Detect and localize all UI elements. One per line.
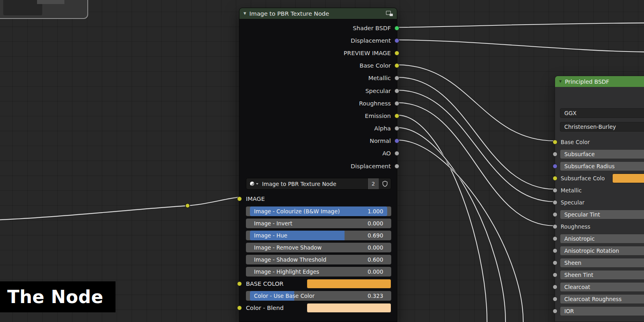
partial-node-top-left[interactable] (0, 0, 88, 19)
input-row-image-invert: Image - Invert0.000 (246, 219, 391, 228)
wire-base-color (397, 65, 555, 141)
slider-image-shadow-threshold[interactable]: Image - Shadow Threshold0.600 (250, 255, 387, 264)
collapse-triangle-icon[interactable]: ▼ (559, 80, 562, 83)
output-label: Base Color (359, 62, 391, 69)
bsdf-socket-specular[interactable] (553, 200, 557, 205)
bsdf-socket-ior[interactable] (553, 309, 557, 314)
principled-bsdf-node[interactable]: ▼ Principled BSDF GGXChristensen-BurleyB… (555, 76, 644, 322)
output-socket-shader-bsdf[interactable] (394, 26, 399, 31)
field-anisotropic-rotation[interactable]: Anisotropic Rotation (560, 246, 644, 256)
slider-color-use-base-color[interactable]: Color - Use Base Color0.323 (250, 291, 387, 301)
dropdown-ggx[interactable]: GGX (560, 108, 644, 118)
dropdown-caret-icon (256, 183, 258, 185)
output-label: Displacement (351, 163, 391, 169)
field-subsurface-radius[interactable]: Subsurface Radius (560, 161, 644, 171)
bsdf-label: Roughness (560, 223, 590, 230)
slider-value: 0.000 (367, 220, 383, 227)
nodetree-icon-zone[interactable] (246, 181, 260, 186)
field-clearcoat[interactable]: Clearcoat (560, 282, 644, 292)
output-socket-preview-image[interactable] (394, 51, 399, 56)
input-socket-image[interactable] (237, 196, 242, 201)
nodetree-selector[interactable]: Image to PBR Texture Node 2 (246, 178, 391, 190)
slider-value: 1.000 (367, 208, 383, 215)
output-socket-roughness[interactable] (394, 101, 399, 106)
bsdf-socket-anisotropic-rotation[interactable] (553, 248, 557, 253)
fake-user-shield-button[interactable] (379, 178, 391, 189)
bsdf-socket-anisotropic[interactable] (553, 236, 557, 241)
bsdf-socket-clearcoat-roughness[interactable] (553, 297, 557, 301)
field-subsurface[interactable]: Subsurface (560, 149, 644, 159)
image-to-pbr-texture-node[interactable]: ▼ Image to PBR Texture Node Shader BSDFD… (239, 8, 397, 322)
principled-node-header[interactable]: ▼ Principled BSDF (555, 76, 644, 87)
bsdf-label: Metallic (560, 187, 582, 194)
caption-banner: The Node (0, 281, 116, 312)
nodetree-name[interactable]: Image to PBR Texture Node (260, 181, 367, 187)
input-row-image-shadow-threshold: Image - Shadow Threshold0.600 (246, 255, 391, 264)
field-label: Anisotropic (564, 235, 594, 242)
input-socket-base-color[interactable] (237, 281, 242, 286)
output-socket-ao[interactable] (394, 151, 399, 156)
bsdf-socket-clearcoat[interactable] (553, 285, 557, 289)
color-swatch-base-color[interactable] (307, 279, 391, 289)
principled-node-title: Principled BSDF (565, 78, 644, 85)
output-label: Alpha (374, 125, 391, 132)
wire-emission (397, 115, 487, 322)
output-socket-base-color[interactable] (394, 63, 399, 68)
bsdf-socket-subsurface[interactable] (553, 152, 557, 157)
output-socket-displacement[interactable] (394, 164, 399, 169)
bsdf-row-metallic: Metallic (560, 185, 644, 195)
color-swatch-color-blend[interactable] (307, 303, 391, 313)
output-socket-displacement[interactable] (394, 38, 399, 43)
bsdf-socket-base-color[interactable] (553, 140, 557, 144)
bsdf-socket-specular-tint[interactable] (553, 212, 557, 217)
slider-value: 0.323 (367, 293, 383, 299)
field-label: Clearcoat Roughness (564, 296, 621, 302)
slider-image-highlight-edges[interactable]: Image - Highlight Edges0.000 (250, 267, 387, 277)
nodetree-user-count[interactable]: 2 (367, 178, 379, 189)
bsdf-socket-sheen-tint[interactable] (553, 272, 557, 277)
output-socket-alpha[interactable] (394, 126, 399, 131)
slider-image-colourize-b-w-image[interactable]: Image - Colourize (B&W Image)1.000 (250, 206, 387, 216)
field-anisotropic[interactable]: Anisotropic (560, 234, 644, 244)
output-socket-metallic[interactable] (394, 76, 399, 80)
slider-label: Image - Shadow Threshold (254, 256, 326, 263)
main-node-header[interactable]: ▼ Image to PBR Texture Node (239, 8, 397, 19)
field-ior[interactable]: IOR (560, 306, 644, 316)
bsdf-row-subsurface-colo: Subsurface Colo (560, 173, 644, 183)
bsdf-row-roughness: Roughness (560, 221, 644, 231)
dropdown-christensen-burley[interactable]: Christensen-Burley (560, 122, 644, 132)
bsdf-color-swatch-subsurface-colo[interactable] (612, 173, 644, 183)
bsdf-socket-sheen[interactable] (553, 260, 557, 265)
node-editor-canvas[interactable]: ▼ Image to PBR Texture Node Shader BSDFD… (0, 0, 644, 322)
slider-image-hue[interactable]: Image - Hue0.690 (250, 231, 387, 240)
bsdf-row-base-color: Base Color (560, 137, 644, 147)
bsdf-row-specular-tint: Specular Tint (560, 209, 644, 219)
field-label: Subsurface Radius (564, 163, 615, 169)
collapse-triangle-icon[interactable]: ▼ (244, 12, 246, 15)
input-row-color-blend: Color - Blend (246, 303, 391, 313)
input-socket-color-blend[interactable] (237, 305, 242, 310)
reroute-node[interactable] (186, 204, 190, 208)
bsdf-socket-metallic[interactable] (553, 188, 557, 193)
slider-image-invert[interactable]: Image - Invert0.000 (250, 219, 387, 228)
field-label: Anisotropic Rotation (564, 248, 619, 254)
output-label: Specular (365, 88, 391, 94)
bsdf-socket-subsurface-radius[interactable] (553, 164, 557, 169)
bsdf-socket-subsurface-colo[interactable] (553, 176, 557, 181)
slider-label: Image - Remove Shadow (254, 244, 322, 251)
output-socket-specular[interactable] (394, 89, 399, 93)
slider-value: 0.690 (367, 232, 383, 239)
field-clearcoat-roughness[interactable]: Clearcoat Roughness (560, 294, 644, 304)
field-label: GGX (564, 110, 576, 116)
bsdf-socket-roughness[interactable] (553, 224, 557, 229)
field-specular-tint[interactable]: Specular Tint (560, 210, 644, 219)
field-sheen-tint[interactable]: Sheen Tint (560, 270, 644, 280)
output-socket-emission[interactable] (394, 114, 399, 118)
slider-label: Image - Highlight Edges (254, 268, 319, 275)
output-socket-normal[interactable] (394, 138, 399, 143)
wire-alpha (397, 128, 506, 322)
main-node-outputs: Shader BSDFDisplacementPREVIEW IMAGEBase… (239, 22, 397, 172)
slider-image-remove-shadow[interactable]: Image - Remove Shadow0.000 (250, 243, 387, 252)
field-label: Clearcoat (564, 284, 590, 290)
field-sheen[interactable]: Sheen (560, 258, 644, 268)
